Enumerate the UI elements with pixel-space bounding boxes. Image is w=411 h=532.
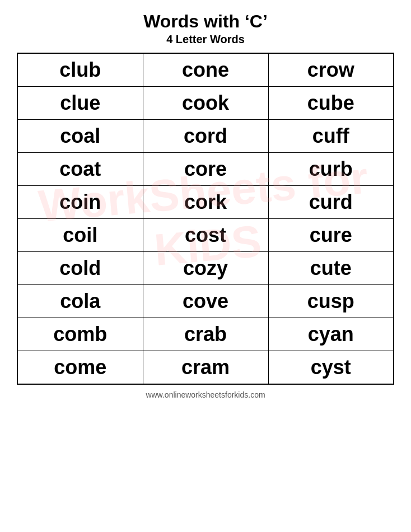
- table-row: coilcostcure: [17, 219, 394, 252]
- word-cell: cube: [268, 87, 394, 120]
- word-cell: club: [17, 53, 143, 87]
- word-cell: core: [143, 153, 268, 186]
- word-cell: coil: [17, 219, 143, 252]
- word-cell: cozy: [143, 252, 268, 285]
- word-cell: crow: [268, 53, 394, 87]
- word-cell: cove: [143, 285, 268, 318]
- table-row: clubconecrow: [17, 53, 394, 87]
- word-cell: cram: [143, 351, 268, 385]
- word-cell: cute: [268, 252, 394, 285]
- word-cell: cook: [143, 87, 268, 120]
- word-cell: cure: [268, 219, 394, 252]
- footer-url: www.onlineworksheetsforkids.com: [146, 390, 265, 399]
- word-table-wrapper: WorkSheets for KiDS clubconecrowcluecook…: [17, 53, 394, 385]
- table-row: coatcorecurb: [17, 153, 394, 186]
- word-cell: cyan: [268, 318, 394, 351]
- word-cell: coat: [17, 153, 143, 186]
- word-cell: come: [17, 351, 143, 385]
- word-cell: cord: [143, 120, 268, 153]
- table-row: coincorkcurd: [17, 186, 394, 219]
- word-cell: clue: [17, 87, 143, 120]
- word-cell: cone: [143, 53, 268, 87]
- word-cell: coin: [17, 186, 143, 219]
- table-row: colacovecusp: [17, 285, 394, 318]
- page-title: Words with ‘C’: [143, 11, 268, 32]
- word-cell: cold: [17, 252, 143, 285]
- word-cell: cyst: [268, 351, 394, 385]
- page-subtitle: 4 Letter Words: [166, 33, 245, 46]
- table-row: comecramcyst: [17, 351, 394, 385]
- table-row: coldcozycute: [17, 252, 394, 285]
- table-row: coalcordcuff: [17, 120, 394, 153]
- word-cell: coal: [17, 120, 143, 153]
- word-cell: cola: [17, 285, 143, 318]
- table-row: cluecookcube: [17, 87, 394, 120]
- word-cell: cusp: [268, 285, 394, 318]
- word-cell: cork: [143, 186, 268, 219]
- word-cell: crab: [143, 318, 268, 351]
- word-cell: comb: [17, 318, 143, 351]
- table-row: combcrabcyan: [17, 318, 394, 351]
- word-cell: cuff: [268, 120, 394, 153]
- word-cell: curb: [268, 153, 394, 186]
- word-cell: cost: [143, 219, 268, 252]
- word-table: clubconecrowcluecookcubecoalcordcuffcoat…: [17, 53, 394, 385]
- word-cell: curd: [268, 186, 394, 219]
